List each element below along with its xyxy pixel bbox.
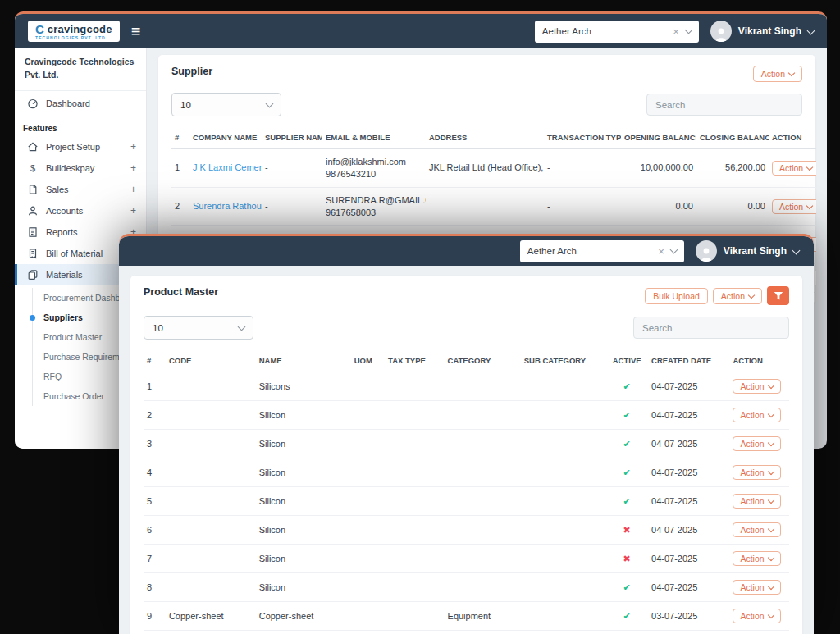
row-action-label: Action xyxy=(740,611,764,621)
sidebar-company-name: Cravingcode Technologies Pvt. Ltd. xyxy=(15,48,146,91)
menu-toggle-icon[interactable]: ≡ xyxy=(131,23,141,39)
caret-down-icon xyxy=(767,411,774,417)
clear-icon[interactable]: × xyxy=(673,25,679,38)
email-line: SURENDRA.R@GMAIL.COM xyxy=(326,194,422,207)
cell-sub-category xyxy=(521,545,606,573)
cell-uom xyxy=(351,458,385,487)
caret-down-icon xyxy=(767,583,774,590)
cell-uom xyxy=(351,516,385,545)
row-action-label: Action xyxy=(779,163,803,173)
cell-sub-category xyxy=(521,487,606,516)
row-action-label: Action xyxy=(740,496,764,506)
cell-created-date: 04-07-2025 xyxy=(648,401,729,430)
cell-supplier-name: - xyxy=(262,149,322,188)
project-select[interactable]: Aether Arch × xyxy=(520,240,684,262)
column-header-address: ADDRESS xyxy=(426,126,544,149)
sidebar-item-buildeskpay[interactable]: $Buildeskpay+ xyxy=(15,157,146,179)
product-table: #CODENAMEUOMTAX TYPECATEGORYSUB CATEGORY… xyxy=(144,349,789,634)
row-action-label: Action xyxy=(740,582,764,592)
cell-opening-balance: 10,00,000.00 xyxy=(621,149,696,188)
product-page-size-select[interactable]: 10 xyxy=(144,316,253,340)
row-action-button[interactable]: Action xyxy=(733,551,780,566)
cell-num: 6 xyxy=(144,516,166,545)
cell-tax-type xyxy=(385,516,444,545)
cell-tax-type xyxy=(385,631,444,634)
cell-code xyxy=(166,372,256,401)
cell-action: Action xyxy=(729,545,789,573)
supplier-action-button[interactable]: Action xyxy=(753,66,802,82)
cell-active: ✔ xyxy=(605,631,648,634)
row-action-button[interactable]: Action xyxy=(733,436,780,451)
accounts-icon xyxy=(27,205,39,217)
expand-plus-icon[interactable]: + xyxy=(130,184,136,195)
user-name: Vikrant Singh xyxy=(724,245,787,257)
expand-plus-icon[interactable]: + xyxy=(130,205,136,217)
cell-uom xyxy=(351,602,385,631)
sidebar-item-label: Accounts xyxy=(46,206,83,216)
cell-sub-category xyxy=(521,631,606,634)
page-title-supplier: Supplier xyxy=(171,66,212,77)
cell-sub-category xyxy=(521,602,606,631)
cell-action: Action xyxy=(729,573,789,602)
column-header-code: CODE xyxy=(166,349,256,372)
cell-action: Action xyxy=(729,401,789,430)
row-action-button[interactable]: Action xyxy=(733,379,780,394)
cell-sub-category xyxy=(521,372,606,401)
chevron-down-icon xyxy=(684,26,692,34)
row-action-button[interactable]: Action xyxy=(733,580,780,595)
company-link[interactable]: J K Laxmi Cement xyxy=(193,162,262,172)
active-check-icon: ✔ xyxy=(623,410,631,420)
expand-plus-icon[interactable]: + xyxy=(130,162,136,174)
product-action-button[interactable]: Action xyxy=(713,288,762,304)
product-search-input[interactable] xyxy=(633,317,789,339)
cell-action: Action xyxy=(729,602,789,631)
cell-uom xyxy=(351,573,385,602)
user-menu[interactable]: Vikrant Singh xyxy=(710,21,814,42)
expand-plus-icon[interactable]: + xyxy=(130,141,136,153)
cell-category xyxy=(445,631,521,634)
sidebar-item-sales[interactable]: Sales+ xyxy=(15,179,146,200)
user-name: Vikrant Singh xyxy=(738,25,801,37)
chevron-down-icon xyxy=(238,322,246,331)
clear-icon[interactable]: × xyxy=(658,245,664,258)
brand-logo-line: C cravingcode xyxy=(35,23,112,35)
row-action-button[interactable]: Action xyxy=(733,465,780,480)
sidebar-item-project-setup[interactable]: Project Setup+ xyxy=(15,136,146,157)
sidebar-item-accounts[interactable]: Accounts+ xyxy=(15,200,146,221)
row-action-button[interactable]: Action xyxy=(733,609,780,623)
cell-action: Action xyxy=(769,149,816,188)
filter-button[interactable] xyxy=(767,286,789,305)
cell-uom xyxy=(351,372,385,401)
cell-email-mobile: info@jklakshmi.com9876543210 xyxy=(322,149,426,188)
row-action-label: Action xyxy=(779,202,803,212)
cell-created-date: 04-07-2025 xyxy=(648,516,729,545)
cell-active: ✔ xyxy=(605,602,648,631)
cell-uom xyxy=(351,545,385,573)
column-header-created-date: CREATED DATE xyxy=(648,349,729,372)
active-check-icon: ✔ xyxy=(623,496,631,506)
bulk-upload-button[interactable]: Bulk Upload xyxy=(645,288,708,304)
supplier-search-input[interactable] xyxy=(646,94,802,116)
cell-created-date: 04-07-2025 xyxy=(648,430,729,458)
supplier-page-size-select[interactable]: 10 xyxy=(171,93,281,116)
row-action-button[interactable]: Action xyxy=(733,494,780,509)
caret-down-icon xyxy=(788,70,795,76)
cell-action: Action xyxy=(729,487,789,516)
sidebar-item-dashboard[interactable]: Dashboard xyxy=(15,91,146,116)
row-action-button[interactable]: Action xyxy=(733,408,780,422)
cell-created-date: 03-07-2025 xyxy=(648,602,729,631)
column-header-action: ACTION xyxy=(729,349,789,372)
project-select[interactable]: Aether Arch × xyxy=(535,21,699,43)
project-setup-icon xyxy=(27,141,39,153)
cell-tax-type xyxy=(385,545,444,573)
caret-down-icon xyxy=(767,554,774,561)
row-action-button[interactable]: Action xyxy=(772,199,816,214)
cell-sub-category xyxy=(521,573,606,602)
company-link[interactable]: Surendra Rathour xyxy=(193,201,262,211)
table-row: 5Silicon✔04-07-2025Action xyxy=(144,487,789,516)
filter-icon xyxy=(774,291,783,301)
row-action-button[interactable]: Action xyxy=(733,522,780,537)
user-menu[interactable]: Vikrant Singh xyxy=(696,240,799,262)
row-action-button[interactable]: Action xyxy=(772,161,816,176)
brand-logo[interactable]: C cravingcode TECHNOLOGIES PVT. LTD. xyxy=(28,21,120,42)
